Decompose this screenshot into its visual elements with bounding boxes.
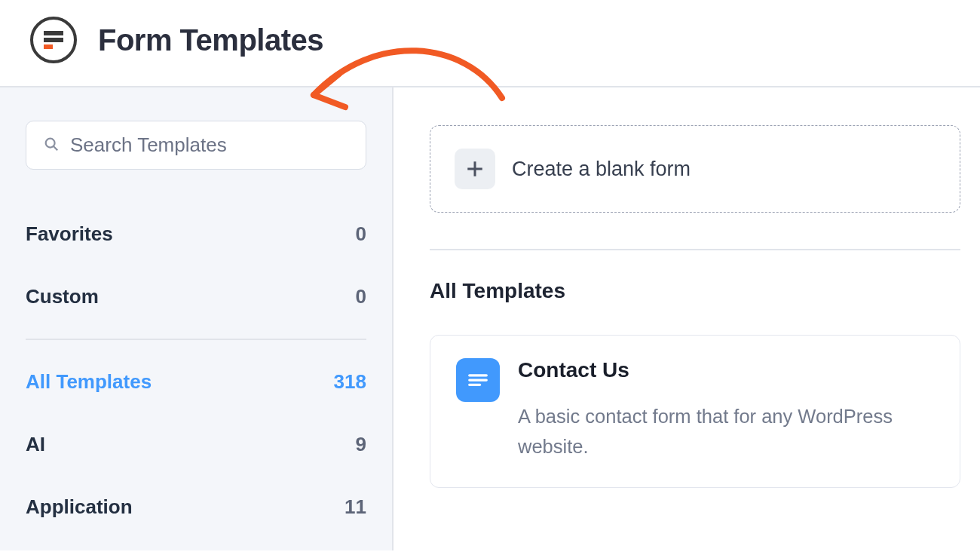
form-document-icon [456,358,500,402]
svg-rect-2 [44,44,53,49]
brand-logo-icon [30,17,77,63]
sidebar-item-count: 0 [356,222,366,246]
content: Favorites 0 Custom 0 All Templates 318 A… [0,86,980,550]
sidebar-item-count: 0 [356,285,366,308]
sidebar-item-favorites[interactable]: Favorites 0 [26,203,366,265]
create-blank-form-button[interactable]: Create a blank form [430,125,960,213]
sidebar-item-label: Favorites [26,222,113,246]
template-card[interactable]: Contact Us A basic contact form that for… [430,335,960,488]
sidebar-item-label: Custom [26,285,99,308]
sidebar: Favorites 0 Custom 0 All Templates 318 A… [0,87,394,550]
sidebar-item-ai[interactable]: AI 9 [26,413,366,476]
sidebar-item-label: All Templates [26,370,152,394]
create-blank-form-label: Create a blank form [512,158,691,181]
search-icon [43,136,60,155]
sidebar-item-custom[interactable]: Custom 0 [26,265,366,328]
sidebar-item-all-templates[interactable]: All Templates 318 [26,351,366,413]
svg-point-3 [46,138,55,147]
sidebar-item-count: 318 [334,370,366,394]
svg-rect-1 [44,38,63,42]
sidebar-item-label: Application [26,495,133,519]
page-title: Form Templates [98,23,323,57]
header: Form Templates [0,0,980,86]
section-title: All Templates [430,279,960,303]
svg-rect-0 [44,31,63,35]
main: Create a blank form All Templates Contac… [394,87,980,550]
section-divider [430,249,960,250]
sidebar-item-count: 11 [345,495,366,519]
svg-line-4 [54,146,57,150]
search-input-wrap[interactable] [26,121,366,170]
sidebar-item-application[interactable]: Application 11 [26,476,366,538]
search-input[interactable] [70,133,349,157]
template-meta: Contact Us A basic contact form that for… [518,358,934,461]
template-title: Contact Us [518,358,934,382]
plus-icon [455,149,495,189]
sidebar-divider [26,339,366,340]
template-description: A basic contact form that for any WordPr… [518,402,934,461]
sidebar-item-count: 9 [356,433,366,456]
sidebar-item-label: AI [26,433,45,456]
